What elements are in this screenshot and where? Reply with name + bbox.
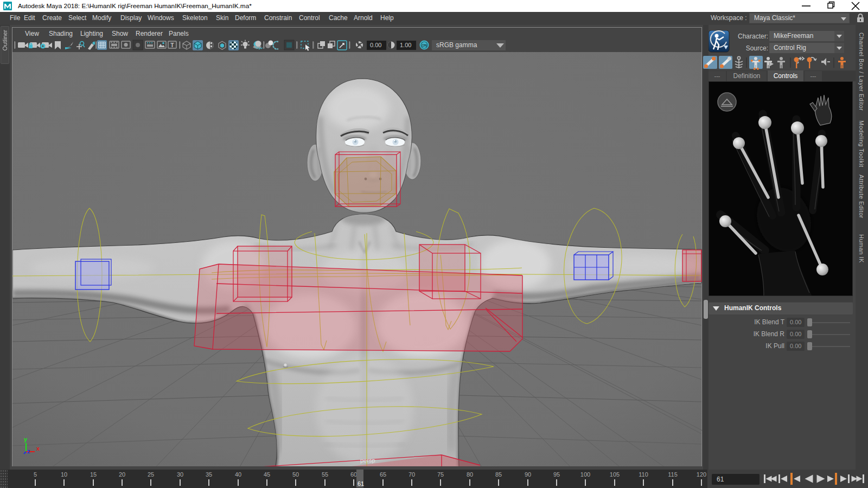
svg-text:z: z xyxy=(27,448,30,454)
svg-text:25: 25 xyxy=(148,471,154,478)
svg-text:ON: ON xyxy=(422,43,427,47)
svg-text:persp: persp xyxy=(360,457,375,464)
svg-text:20: 20 xyxy=(119,471,125,478)
svg-text:T: T xyxy=(170,42,174,48)
svg-text:115: 115 xyxy=(668,471,678,478)
svg-text:60: 60 xyxy=(350,471,357,478)
svg-text:70: 70 xyxy=(409,471,415,478)
svg-text:90: 90 xyxy=(525,471,531,478)
svg-text:100: 100 xyxy=(580,471,590,478)
svg-text:61: 61 xyxy=(358,480,364,487)
svg-text:35: 35 xyxy=(206,471,212,478)
svg-text:sRGB gamma: sRGB gamma xyxy=(436,41,477,49)
svg-text:105: 105 xyxy=(610,471,620,478)
svg-text:0.00: 0.00 xyxy=(370,42,381,48)
svg-text:40: 40 xyxy=(235,471,241,478)
svg-text:50: 50 xyxy=(292,471,299,478)
svg-text:x: x xyxy=(36,445,40,452)
svg-text:110: 110 xyxy=(639,471,648,478)
svg-text:y: y xyxy=(24,436,28,442)
svg-text:1.00: 1.00 xyxy=(400,42,411,48)
svg-text:65: 65 xyxy=(380,471,386,478)
svg-text:80: 80 xyxy=(467,471,473,478)
svg-text:85: 85 xyxy=(495,471,502,478)
svg-text:10: 10 xyxy=(61,471,67,478)
svg-text:15: 15 xyxy=(90,471,97,478)
svg-text:55: 55 xyxy=(322,471,328,478)
svg-text:45: 45 xyxy=(264,471,270,478)
svg-text:75: 75 xyxy=(437,471,444,478)
svg-text:5: 5 xyxy=(34,471,37,478)
svg-text:95: 95 xyxy=(553,471,560,478)
svg-text:30: 30 xyxy=(177,471,183,478)
svg-text:120: 120 xyxy=(697,471,706,478)
